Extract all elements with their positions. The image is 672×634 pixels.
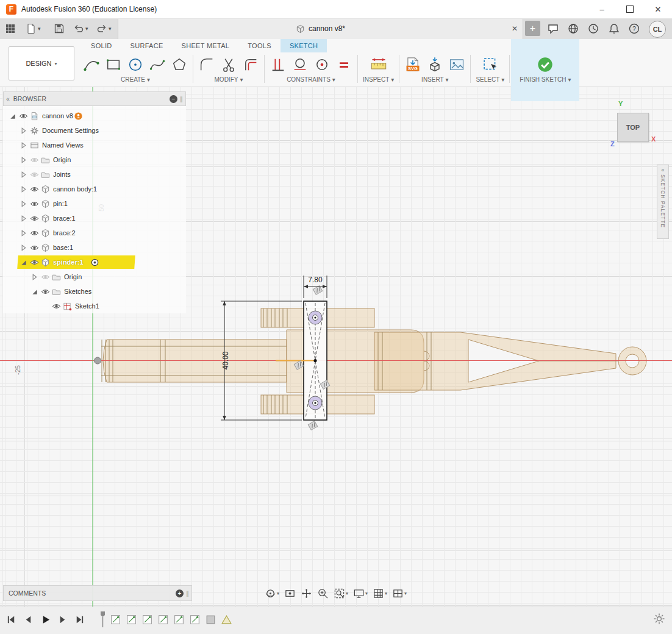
timeline-feature-sketch-3[interactable] — [141, 614, 153, 625]
orbit-button[interactable]: ▾ — [263, 586, 281, 600]
help-icon[interactable]: ? — [628, 23, 640, 35]
visibility-eye-icon[interactable] — [18, 111, 29, 121]
tree-item-spinder-1[interactable]: spinder:1 — [3, 255, 186, 269]
select-tool-button[interactable] — [482, 56, 499, 73]
viewcube-top-face[interactable]: TOP — [617, 113, 649, 142]
circle-tool-button[interactable] — [127, 56, 144, 73]
expander-icon[interactable] — [18, 126, 29, 135]
timeline-step-back-button[interactable] — [22, 613, 34, 625]
timeline-step-forward-button[interactable] — [56, 613, 68, 625]
timeline-go-to-end-button[interactable] — [73, 613, 85, 625]
timeline-feature-sketch-2[interactable] — [126, 614, 137, 625]
origin-point[interactable] — [95, 357, 101, 364]
history-clock-icon[interactable] — [587, 23, 599, 35]
concentric-constraint-button[interactable] — [313, 56, 331, 73]
tree-item-joints[interactable]: Joints — [3, 167, 186, 182]
tree-item-brace-1[interactable]: brace:1 — [3, 211, 186, 226]
dimension-width-value[interactable]: 7.80 — [308, 276, 323, 284]
visibility-eye-icon[interactable] — [29, 257, 40, 267]
viewports-button[interactable]: ▾ — [391, 586, 408, 600]
document-tab-close-icon[interactable]: ✕ — [512, 24, 518, 34]
line-tool-button[interactable] — [83, 56, 100, 73]
expander-icon[interactable] — [18, 169, 29, 179]
vertical-constraint-button[interactable] — [270, 56, 287, 73]
window-minimize-button[interactable]: – — [588, 0, 616, 18]
timeline-play-button[interactable] — [39, 613, 51, 625]
tab-surface[interactable]: SURFACE — [121, 39, 173, 52]
equal-constraint-button[interactable] — [335, 56, 352, 73]
insert-dropdown[interactable]: INSERT▾ — [421, 76, 449, 83]
modify-dropdown[interactable]: MODIFY▾ — [215, 76, 243, 83]
pin-center-point[interactable] — [313, 359, 316, 362]
tree-item-cannon-v8[interactable]: cannon v8 — [3, 109, 186, 123]
pin-hole-bottom[interactable] — [309, 396, 322, 410]
expander-icon[interactable] — [18, 140, 29, 150]
grid-settings-button[interactable]: ▾ — [371, 586, 388, 600]
browser-collapse-icon[interactable]: « — [6, 95, 10, 102]
timeline-settings-gear-icon[interactable] — [652, 612, 666, 625]
dimension-height-value[interactable]: 40.00 — [221, 351, 230, 369]
look-at-button[interactable] — [283, 586, 297, 600]
trim-tool-button[interactable] — [220, 56, 237, 73]
account-avatar[interactable]: CL — [649, 21, 666, 38]
tab-tools[interactable]: TOOLS — [238, 39, 281, 52]
comments-expand-icon[interactable]: + — [176, 589, 184, 597]
expander-icon[interactable] — [18, 243, 29, 252]
visibility-eye-icon[interactable] — [29, 184, 40, 194]
timeline-feature-sketch-4[interactable] — [157, 614, 169, 625]
visibility-eye-icon[interactable] — [29, 155, 40, 165]
pan-button[interactable] — [299, 586, 313, 600]
app-grid-menu-icon[interactable] — [5, 23, 16, 34]
new-tab-button[interactable]: + — [525, 21, 540, 36]
constraints-dropdown[interactable]: CONSTRAINTS▾ — [287, 76, 335, 83]
redo-caret[interactable]: ▾ — [109, 26, 112, 32]
undo-caret[interactable]: ▾ — [85, 26, 88, 32]
visibility-eye-icon[interactable] — [29, 199, 40, 208]
tree-item-base-1[interactable]: base:1 — [3, 240, 186, 255]
browser-grip-handle[interactable]: ∥ — [180, 96, 183, 102]
expander-icon[interactable] — [7, 111, 18, 121]
tab-sketch[interactable]: SKETCH — [281, 39, 327, 52]
visibility-eye-icon[interactable] — [40, 287, 51, 296]
expander-icon[interactable] — [18, 213, 29, 223]
tree-item-origin[interactable]: Origin — [3, 269, 186, 284]
sketch-palette-collapsed[interactable]: « SKETCH PALETTE — [657, 165, 669, 239]
finish-sketch-dropdown[interactable]: FINISH SKETCH▾ — [520, 76, 571, 83]
measure-tool-button[interactable] — [370, 56, 387, 73]
create-dropdown[interactable]: CREATE▾ — [121, 76, 150, 83]
tree-item-cannon-body-1[interactable]: cannon body:1 — [3, 182, 186, 196]
visibility-eye-icon[interactable] — [29, 213, 40, 223]
file-menu-caret[interactable]: ▾ — [38, 26, 41, 32]
window-close-button[interactable]: ✕ — [644, 0, 672, 18]
undo-icon[interactable] — [73, 23, 84, 34]
display-settings-button[interactable]: ▾ — [352, 586, 369, 600]
web-globe-icon[interactable] — [567, 23, 579, 35]
select-dropdown[interactable]: SELECT▾ — [476, 76, 504, 83]
save-icon[interactable] — [54, 23, 65, 34]
visibility-eye-icon[interactable] — [51, 301, 62, 311]
visibility-eye-icon[interactable] — [29, 243, 40, 252]
expander-icon[interactable] — [29, 287, 40, 296]
timeline-playhead[interactable] — [100, 611, 105, 628]
browser-minimize-icon[interactable]: − — [170, 95, 177, 103]
workspace-switcher-design[interactable]: DESIGN▾ — [9, 46, 74, 80]
insert-mesh-button[interactable] — [426, 56, 443, 73]
expander-icon[interactable] — [18, 184, 29, 194]
activate-component-radio[interactable] — [90, 257, 101, 267]
rectangle-tool-button[interactable] — [105, 56, 122, 73]
window-maximize-button[interactable] — [616, 0, 644, 18]
expander-icon[interactable] — [18, 199, 29, 208]
fillet-tool-button[interactable] — [198, 56, 215, 73]
comments-panel[interactable]: COMMENTS + ∥ — [3, 585, 192, 601]
spline-tool-button[interactable] — [149, 56, 166, 73]
tree-item-brace-2[interactable]: brace:2 — [3, 226, 186, 240]
tree-item-document-settings[interactable]: Document Settings — [3, 123, 186, 138]
tree-item-sketches[interactable]: Sketches — [3, 284, 186, 299]
insert-canvas-button[interactable] — [448, 56, 465, 73]
comments-grip-handle[interactable]: ∥ — [186, 590, 189, 597]
pin-hole-top[interactable] — [309, 311, 322, 324]
expander-icon[interactable] — [29, 272, 40, 282]
tree-item-sketch1[interactable]: Sketch1 — [3, 299, 186, 313]
job-status-icon[interactable] — [547, 23, 559, 35]
visibility-eye-icon[interactable] — [40, 272, 51, 282]
